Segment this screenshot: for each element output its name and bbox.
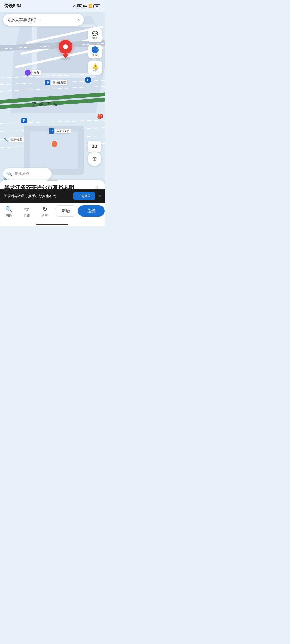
status-bar: 傍晚6:34 ↗ HD 5G 📶 15 [0, 0, 105, 12]
supermarket-label: 超市 [32, 70, 41, 75]
status-icons: ↗ HD 5G 📶 15 [73, 4, 100, 8]
nearby-icon: 🔍 [5, 206, 13, 213]
route-button-container: 路线 [78, 206, 105, 217]
login-toast-text: 登录后再收藏，换手机数据也不丢 [4, 194, 71, 199]
layer-year-badge: 2022 [92, 46, 99, 53]
nav-favorites[interactable]: ☆ 收藏 [18, 206, 36, 218]
network-label: 5G [83, 4, 87, 8]
bottom-search-bar[interactable]: 🔍 查找地点 [3, 168, 52, 180]
one-click-login-button[interactable]: 一键登录 [73, 192, 95, 200]
hd-badge: HD [77, 4, 82, 8]
parking-marker-4[interactable]: P [21, 118, 27, 123]
battery-icon: 15 [93, 4, 100, 8]
location-icon: ⊕ [92, 155, 97, 162]
feedback-label: 反馈 [92, 69, 98, 72]
add-button[interactable]: 新增 [54, 205, 78, 217]
share-icon: ↻ [42, 206, 47, 213]
route-label: 路线 [87, 208, 95, 214]
toast-close-button[interactable]: × [99, 194, 101, 199]
route-button[interactable]: 路线 [78, 205, 105, 217]
search-icon: 🔍 [7, 171, 12, 177]
feedback-icon: ⚠️ [92, 64, 98, 68]
poi-food[interactable]: 🍴 [52, 141, 57, 147]
add-label: 新增 [62, 208, 70, 214]
parking-marker-3[interactable]: P 富裕服务区 [49, 128, 71, 134]
parking-icon-4: P [21, 118, 27, 123]
nearby-label: 周边 [6, 214, 12, 218]
food-icon: 🍴 [52, 141, 57, 147]
right-sidebar: 💬 消息 2022 图层 ⚠️ 反馈 [88, 28, 102, 75]
favorites-icon: ☆ [24, 206, 30, 213]
search-close-button[interactable]: × [78, 17, 80, 22]
message-button[interactable]: 💬 消息 [88, 28, 102, 42]
nav-nearby[interactable]: 🔍 周边 [0, 206, 18, 218]
parking-label-1: 富裕服务区 [51, 80, 67, 85]
search-placeholder: 查找地点 [15, 171, 30, 176]
home-indicator [36, 224, 68, 225]
bottom-nav: 🔍 周边 ☆ 收藏 ↻ 分享 新增 路线 [0, 203, 105, 226]
parking-marker-2[interactable]: P [85, 77, 91, 83]
parking-icon-3: P [49, 128, 54, 134]
layer-label: 图层 [92, 54, 98, 57]
location-arrow-icon: ↗ [73, 4, 75, 8]
highway-label: 双 嫩 高 速 [32, 101, 59, 107]
search-bar[interactable]: 返乡火车票 预订→ × [3, 14, 84, 26]
nav-share[interactable]: ↻ 分享 [36, 206, 54, 218]
status-time: 傍晚6:34 [4, 3, 21, 9]
tire-label: 轮胎修理 [9, 137, 24, 142]
parking-icon-2: P [85, 77, 91, 83]
supermarket-icon: 🛒 [25, 70, 31, 76]
parking-marker-1[interactable]: P 富裕服务区 [45, 80, 67, 85]
message-label: 消息 [92, 37, 98, 39]
tire-icon: 🔧 [4, 137, 8, 142]
3d-button[interactable]: 3D [88, 141, 102, 152]
emoji-marker: 🎒 [97, 113, 103, 119]
login-toast: 登录后再收藏，换手机数据也不丢 一键登录 × [0, 189, 105, 203]
drag-handle[interactable] [47, 180, 58, 181]
message-icon: 💬 [92, 31, 98, 36]
parking-icon-1: P [45, 80, 50, 85]
parking-label-3: 富裕服务区 [55, 129, 71, 133]
svg-rect-14 [30, 131, 78, 169]
favorites-label: 收藏 [24, 214, 30, 218]
location-button[interactable]: ⊕ [88, 152, 102, 166]
map-pin [59, 40, 73, 60]
add-button-container: 新增 [54, 206, 78, 217]
layer-button[interactable]: 2022 图层 [88, 45, 102, 58]
feedback-button[interactable]: ⚠️ 反馈 [88, 61, 102, 75]
search-bar-text: 返乡火车票 预订→ [7, 17, 75, 23]
poi-tire[interactable]: 🔧 轮胎修理 [4, 137, 24, 142]
share-label: 分享 [42, 214, 48, 218]
poi-supermarket[interactable]: 🛒 超市 [25, 70, 41, 76]
signal-bars: 📶 [88, 4, 92, 8]
